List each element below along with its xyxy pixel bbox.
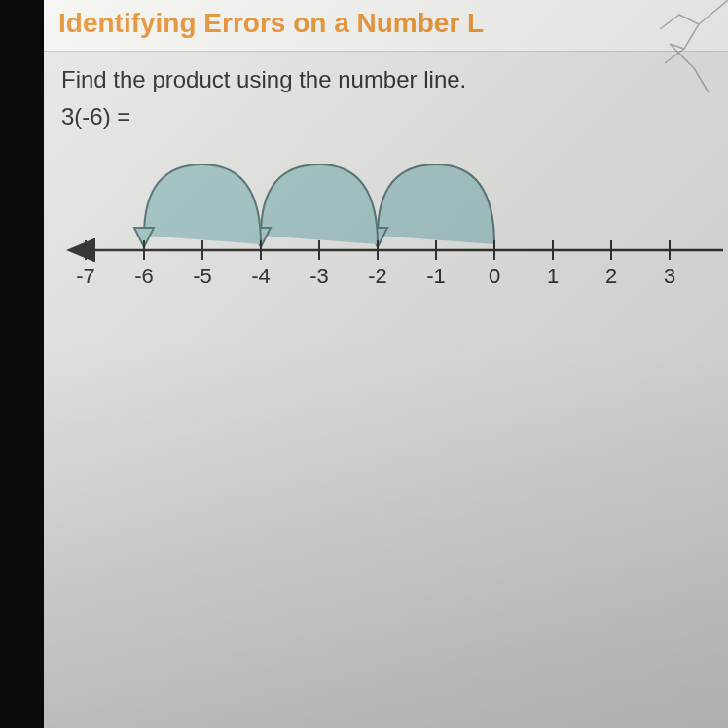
tick-2: 2 <box>605 240 617 288</box>
tick--6: -6 <box>134 240 154 288</box>
svg-text:-5: -5 <box>193 264 212 288</box>
problem-content: Find the product using the number line. … <box>44 52 728 325</box>
svg-text:-2: -2 <box>368 264 387 288</box>
lesson-title: Identifying Errors on a Number L <box>58 8 713 39</box>
svg-text:-4: -4 <box>251 264 271 288</box>
arc-jump-2 <box>261 164 378 244</box>
tick--2: -2 <box>368 240 387 288</box>
lesson-header: Identifying Errors on a Number L <box>44 0 728 52</box>
tick--3: -3 <box>309 240 329 288</box>
screen-content: Identifying Errors on a Number L Find th… <box>44 0 728 728</box>
tick-0: 0 <box>489 240 500 288</box>
tick-1: 1 <box>547 240 559 288</box>
arc-jump-1 <box>378 164 494 244</box>
instruction-text: Find the product using the number line. <box>61 66 710 93</box>
equation-text: 3(-6) = <box>61 103 710 130</box>
svg-text:0: 0 <box>489 264 500 288</box>
number-line-svg: -7 -6 -5 -4 <box>61 135 723 310</box>
svg-text:-6: -6 <box>134 264 154 288</box>
svg-text:2: 2 <box>605 264 617 288</box>
svg-text:3: 3 <box>664 264 675 288</box>
svg-text:1: 1 <box>547 264 559 288</box>
number-line-diagram: -7 -6 -5 -4 <box>61 135 723 310</box>
device-bezel <box>0 0 44 728</box>
tick-3: 3 <box>664 240 675 288</box>
tick--5: -5 <box>193 240 212 288</box>
tick--7: -7 <box>76 240 95 288</box>
svg-text:-3: -3 <box>309 264 329 288</box>
tick--4: -4 <box>251 240 271 288</box>
number-line-arcs <box>134 164 494 247</box>
number-line-ticks: -7 -6 -5 -4 <box>76 240 675 288</box>
svg-text:-7: -7 <box>76 264 95 288</box>
arc-jump-3 <box>144 164 261 244</box>
tick--1: -1 <box>426 240 446 288</box>
svg-text:-1: -1 <box>426 264 446 288</box>
